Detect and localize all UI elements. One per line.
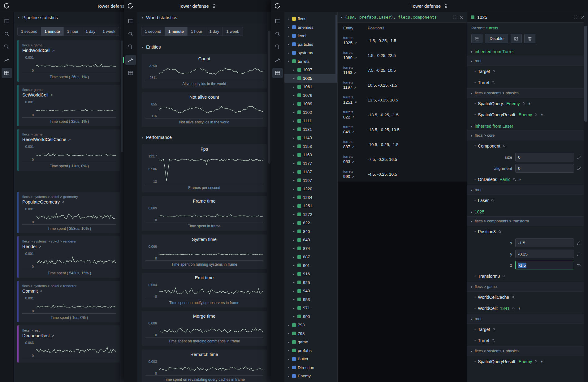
tree-item-systems[interactable]: ▸systems [284, 49, 337, 57]
time-range-1-minute[interactable]: 1 minute [165, 27, 188, 36]
chevron-right-icon[interactable]: ▸ [292, 273, 296, 276]
time-range-1-second[interactable]: 1 second [17, 27, 41, 36]
tree-item-1102[interactable]: ▸1102 [284, 108, 337, 117]
refs-icon[interactable]: ∗ [518, 177, 521, 182]
field-input-x[interactable]: -1.5 [515, 238, 574, 247]
field-input-y[interactable]: -0.25 [515, 250, 574, 258]
search-icon[interactable] [492, 328, 496, 331]
scrollbar-thumb[interactable] [268, 31, 270, 164]
chevron-right-icon[interactable]: ▸ [292, 281, 296, 284]
inspector-group-header[interactable]: ▾flecs > components > transform [467, 216, 584, 226]
chevron-right-icon[interactable]: ▸ [292, 119, 296, 122]
chevron-right-icon[interactable]: ▸ [292, 230, 296, 233]
chevron-right-icon[interactable]: ▸ [292, 255, 296, 259]
chevron-right-icon[interactable]: ▸ [292, 213, 296, 216]
chevron-right-icon[interactable]: ▸ [292, 85, 296, 88]
chevron-right-icon[interactable]: ▸ [287, 26, 290, 29]
chevron-right-icon[interactable]: ▸ [292, 77, 296, 80]
card-system-link[interactable]: FindWorldCell↗ [22, 48, 116, 53]
rail-select-button[interactable] [272, 42, 283, 52]
chevron-right-icon[interactable]: ▸ [292, 94, 296, 97]
chevron-right-icon[interactable]: ▸ [287, 332, 290, 335]
component-value-link[interactable]: Enemy [519, 112, 532, 117]
card-system-link[interactable]: SetWorldCell↗ [22, 92, 116, 97]
field-input-alignment[interactable]: 0 [515, 164, 574, 173]
rail-tree-button[interactable] [125, 16, 136, 26]
chevron-right-icon[interactable]: ▸ [292, 145, 296, 148]
tree-item-822[interactable]: ▸822 [284, 219, 337, 227]
chevron-right-icon[interactable]: ▸ [287, 366, 290, 369]
chevron-right-icon[interactable]: ▸ [287, 34, 290, 37]
tree-item-793[interactable]: ▸793 [284, 321, 337, 329]
external-link-icon[interactable]: ↗ [39, 290, 42, 293]
parent-link[interactable]: turrets [486, 26, 498, 30]
chevron-right-icon[interactable]: ▸ [287, 349, 290, 352]
chevron-right-icon[interactable]: ▸ [292, 162, 296, 165]
tree-item-prefabs[interactable]: ▸prefabs [284, 346, 337, 355]
query-result-row[interactable]: turrets1163↗7.5, -0.25, 10.5 [338, 63, 467, 78]
search-icon[interactable] [512, 307, 516, 310]
external-link-icon[interactable]: ↗ [352, 130, 355, 134]
search-icon[interactable] [511, 295, 515, 299]
chevron-down-icon[interactable]: ▾ [287, 60, 290, 63]
external-link-icon[interactable]: ↗ [39, 245, 41, 249]
component-value-link[interactable]: Enemy [519, 359, 532, 364]
tree-item-1061[interactable]: ▸1061 [284, 83, 337, 91]
external-link-icon[interactable]: ↗ [352, 160, 355, 164]
close-icon[interactable] [459, 15, 464, 19]
external-link-icon[interactable]: ↗ [354, 56, 357, 60]
inspector-section-header[interactable]: ▾inherited from Turret [467, 46, 584, 56]
tree-item-1111[interactable]: ▸1111 [284, 117, 337, 125]
search-icon[interactable] [491, 339, 495, 342]
tree-item-1197[interactable]: ▸1197 [284, 176, 337, 185]
pencil-icon[interactable] [577, 166, 581, 171]
chevron-right-icon[interactable]: ▸ [292, 128, 296, 131]
tree-item-1131[interactable]: ▸1131 [284, 125, 337, 134]
card-system-link[interactable]: ResetWorldCellCache↗ [22, 137, 116, 142]
tree-item-971[interactable]: ▸971 [284, 304, 337, 312]
chevron-right-icon[interactable]: ▸ [287, 43, 290, 46]
query-expression[interactable]: (IsA, prefabs.Laser), flecs.components [345, 15, 450, 19]
scrollbar-thumb[interactable] [584, 26, 587, 122]
search-icon[interactable] [534, 113, 538, 117]
tree-item-1234[interactable]: ▸1234 [284, 193, 337, 202]
tree-item-1143[interactable]: ▸1143 [284, 134, 337, 142]
tree-item-Game[interactable]: ▸Game [284, 380, 337, 382]
tree-item-1272[interactable]: ▸1272 [284, 210, 337, 219]
card-system-link[interactable]: DequeueRest↗ [22, 333, 116, 338]
refs-icon[interactable]: ∗ [540, 113, 543, 117]
pencil-icon[interactable] [577, 241, 581, 245]
chevron-right-icon[interactable]: ▸ [287, 324, 290, 327]
tree-item-953[interactable]: ▸953 [284, 295, 337, 304]
rail-search-button[interactable] [272, 29, 283, 39]
chevron-right-icon[interactable]: ▸ [292, 170, 296, 174]
query-result-row[interactable]: turrets1025↗-1.5, -0.25, -1.5 [338, 33, 467, 48]
chevron-right-icon[interactable]: ▸ [287, 341, 290, 344]
entity-link[interactable]: 1251↗ [343, 100, 357, 105]
entity-link[interactable]: 849↗ [343, 130, 355, 134]
entity-link[interactable]: 1089↗ [343, 55, 357, 60]
external-link-icon[interactable]: ↗ [52, 49, 55, 53]
tree-item-1187[interactable]: ▸1187 [284, 168, 337, 176]
tree-item-particles[interactable]: ▸particles [284, 40, 337, 49]
external-link-icon[interactable]: ↗ [354, 41, 357, 45]
entity-link[interactable]: 822↗ [343, 115, 355, 119]
tree-item-game[interactable]: ▸game [284, 338, 337, 346]
query-result-row[interactable]: turrets990↗-4.5, -0.25, 10.5 [338, 167, 467, 182]
search-icon[interactable] [512, 178, 516, 181]
undo-icon[interactable] [577, 263, 581, 268]
search-icon[interactable] [502, 274, 506, 278]
scrollbar-thumb[interactable] [335, 15, 337, 83]
search-icon[interactable] [522, 102, 526, 105]
time-range-1-minute[interactable]: 1 minute [41, 27, 64, 36]
tree-item-916[interactable]: ▸916 [284, 270, 337, 278]
delete-button[interactable] [524, 34, 535, 43]
chevron-right-icon[interactable]: ▸ [292, 187, 296, 191]
section-header-entities[interactable]: ▾Entities [137, 40, 271, 51]
trash-icon[interactable] [212, 4, 216, 8]
tree-item-Bullet[interactable]: ▸Bullet [284, 355, 337, 363]
time-range-1-day[interactable]: 1 day [82, 27, 99, 36]
entity-link[interactable]: 990↗ [343, 174, 355, 179]
chevron-down-icon[interactable]: ▾ [341, 15, 342, 19]
trash-icon[interactable] [443, 4, 448, 8]
